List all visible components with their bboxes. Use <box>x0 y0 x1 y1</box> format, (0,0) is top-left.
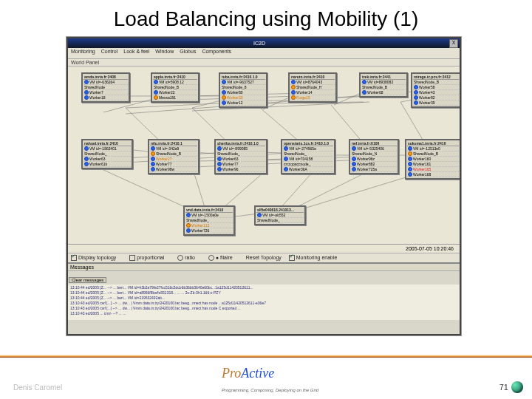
node-row[interactable]: Worker113 <box>185 223 233 228</box>
node-row[interactable]: Worker165 <box>407 167 459 172</box>
node-row[interactable]: Worker61b <box>83 162 131 167</box>
node-row[interactable]: SharedNode_B <box>361 85 406 90</box>
status-dot <box>84 157 89 161</box>
node-row[interactable]: VM id=-636264 <box>83 80 128 85</box>
node-box[interactable]: trek.inria.fr:2441VM id=8938082SharedNod… <box>359 72 408 98</box>
node-row[interactable]: VM id=704158 <box>283 157 333 162</box>
node-row[interactable]: SharedNode_ <box>216 151 265 157</box>
topology-canvas[interactable]: amda.inria.fr:2408VM id=-636264SharedNod… <box>68 66 460 244</box>
node-row[interactable]: Worker68 <box>361 90 406 95</box>
node-row[interactable]: SharedNode_B <box>407 151 459 157</box>
node-row[interactable]: Worker43 <box>413 90 459 95</box>
node-row[interactable]: SharedNode_ <box>283 151 333 157</box>
menu-item[interactable]: Window <box>155 49 174 54</box>
reset-topology-button[interactable]: Reset Topology <box>246 255 282 260</box>
node-row[interactable]: VM id=-5325406 <box>351 146 397 151</box>
node-row[interactable]: Worker882 <box>351 162 397 167</box>
node-row[interactable]: Worker726 <box>185 228 233 233</box>
node-row[interactable]: Worker63 <box>216 157 265 162</box>
proportional-checkbox[interactable]: proportional <box>129 255 170 260</box>
node-box[interactable]: amda.inria.fr:2408VM id=-636264SharedNod… <box>81 72 130 103</box>
node-row[interactable]: Worker22 <box>153 90 197 95</box>
node-row[interactable]: Worker82 <box>413 95 459 100</box>
node-box[interactable]: tuba.inria.fr:2410.1.0VM id=-9637527Shar… <box>219 72 267 108</box>
status-dot <box>186 223 191 228</box>
node-row[interactable]: SharedNode_N <box>351 151 397 157</box>
menu-item[interactable]: Globus <box>180 49 196 54</box>
node-row[interactable]: VM id=-1500a0e <box>185 213 233 218</box>
monitoring-enable-checkbox[interactable]: Monitoring enable <box>289 255 344 260</box>
node-row[interactable]: Worker77 <box>216 162 265 167</box>
menu-item[interactable]: Monitoring <box>71 49 95 54</box>
node-row[interactable]: Worker63 <box>83 157 131 162</box>
node-title: trek.inria.fr:2441 <box>361 75 406 80</box>
menu-bar[interactable]: MonitoringControlLook & feelWindowGlobus… <box>68 48 460 59</box>
node-row[interactable]: VM id=8938082 <box>361 80 406 85</box>
node-row[interactable]: VM id=-899085 <box>216 146 265 151</box>
node-row[interactable]: VM id=5908.12 <box>153 80 197 85</box>
node-row[interactable]: SharedNode_ <box>185 218 233 223</box>
node-row[interactable]: SharedNode <box>83 85 128 90</box>
messages-log: 13:10:44 ed/2005 [Z... --> ... bert... V… <box>68 284 460 320</box>
node-row[interactable]: SharedNode_ <box>256 218 304 223</box>
node-row[interactable]: SharedNode_B <box>413 80 459 85</box>
node-row[interactable]: VM id=-9637527 <box>221 80 265 85</box>
node-row[interactable]: VM id=-12513e0 <box>407 146 459 151</box>
node-row[interactable]: VM id=-342a9 <box>150 146 197 151</box>
node-row[interactable]: Worker168 <box>407 172 459 177</box>
status-dot <box>284 146 288 151</box>
node-box[interactable]: nahuel.inria.fr:2410VM id=-1863401Shared… <box>81 139 133 169</box>
clear-messages-button[interactable]: Clear messages <box>69 277 106 283</box>
node-row[interactable]: Worker18 <box>83 95 128 100</box>
node-row[interactable]: Forge15 <box>290 95 335 100</box>
node-row[interactable]: VM id=-ab552 <box>256 213 304 218</box>
node-box[interactable]: sll5e040818.241013...VM id=-ab552SharedN… <box>254 205 306 225</box>
status-dot <box>186 213 191 217</box>
menu-item[interactable]: Components <box>202 49 231 54</box>
node-box[interactable]: apple.inria.fr:2410VM id=5908.12SharedNo… <box>151 72 200 103</box>
node-title: naruto.inria.fr:2410 <box>290 75 335 80</box>
node-row[interactable]: SharedNode_B <box>150 151 197 157</box>
node-row[interactable]: Worker80 <box>221 90 265 95</box>
node-row[interactable]: Messa191 <box>153 95 197 100</box>
node-box[interactable]: vnd.data.inria.fr:2410VM id=-1500a0eShar… <box>183 205 235 236</box>
node-row[interactable]: SharedNode_H <box>290 85 335 90</box>
node-box[interactable]: sukuma1.inria.fr:2410VM id=-12513e0Share… <box>405 139 460 180</box>
node-row[interactable]: SharedNode_ <box>83 151 131 157</box>
node-box[interactable]: nef.inria.fr:6100VM id=-5325406SharedNod… <box>349 139 399 174</box>
node-row[interactable]: Worker98w <box>150 167 197 172</box>
filaire-radio[interactable]: ● filaire <box>208 255 239 260</box>
node-row[interactable]: Worker96z <box>351 157 397 162</box>
node-row[interactable]: VM id=8764043 <box>290 80 335 85</box>
node-row[interactable]: Worker725a <box>351 167 397 172</box>
proactive-logo: ProActive Programming, Composing, Deploy… <box>222 366 325 395</box>
node-box[interactable]: sheriba.inria.fr:2410.1.0VM id=-899085Sh… <box>214 139 267 174</box>
ratio-radio[interactable]: ratio <box>177 255 201 260</box>
node-row[interactable]: Worker12 <box>221 100 265 106</box>
node-row[interactable]: Worker160 <box>407 157 459 162</box>
node-box[interactable]: mirage.ic.pcs.fr:2412SharedNode_BWorker5… <box>411 72 460 108</box>
node-row[interactable]: Worker7 <box>83 90 128 95</box>
node-row[interactable]: VM id=-274965a <box>283 146 333 151</box>
node-row[interactable]: Worker27 <box>150 157 197 162</box>
node-row[interactable]: Worker36A <box>283 167 333 172</box>
status-dot <box>154 95 158 100</box>
node-row[interactable]: Worker33 <box>221 95 265 100</box>
node-row[interactable]: Worker14 <box>290 90 335 95</box>
display-topology-checkbox[interactable]: Display topology <box>71 255 122 260</box>
node-box[interactable]: nilu.inria.fr:2410.1VM id=-342a9SharedNo… <box>148 139 200 174</box>
node-row[interactable]: Worker96 <box>216 167 265 172</box>
menu-item[interactable]: Control <box>101 49 118 54</box>
node-row[interactable]: SharedNode_8 <box>221 85 265 90</box>
node-row[interactable]: VM id=-1863401 <box>83 146 131 151</box>
close-icon[interactable]: X <box>449 39 458 48</box>
node-box[interactable]: naruto.inria.fr:2410VM id=8764043SharedN… <box>288 72 337 103</box>
node-box[interactable]: openstaris.1cs.fr:2410.1.0VM id=-274965a… <box>281 139 335 174</box>
menu-item[interactable]: Look & feel <box>123 49 149 54</box>
node-row[interactable]: Worker77 <box>150 162 197 167</box>
node-row[interactable]: Worker39 <box>413 100 459 106</box>
node-row[interactable]: SharedNode_B <box>153 85 197 90</box>
node-row[interactable]: Worker161 <box>407 162 459 167</box>
node-row[interactable]: crccopaccnode_ <box>283 162 333 167</box>
node-row[interactable]: Worker58 <box>413 85 459 90</box>
